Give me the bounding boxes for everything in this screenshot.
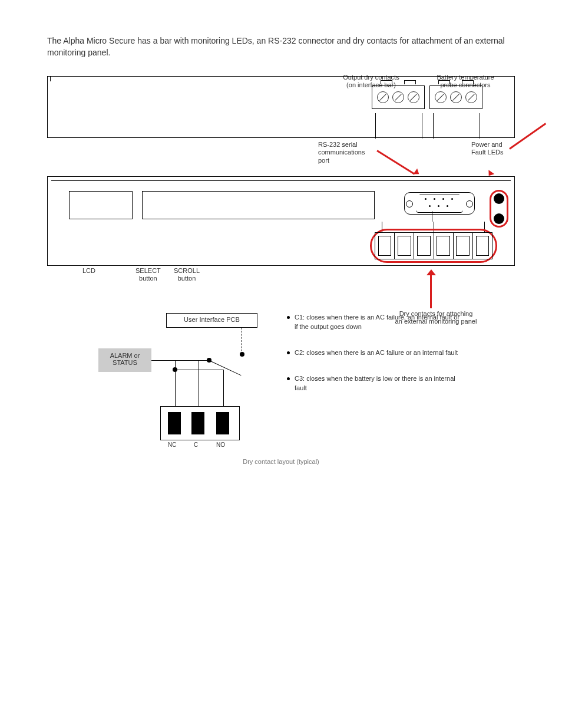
screw-icon	[435, 91, 447, 103]
lcd-label: LCD	[82, 267, 95, 275]
serial-port-callout: RS-232 serial communications port	[318, 141, 365, 164]
bullet-c3: C3: closes when the battery is low or th…	[295, 374, 464, 393]
intro-text: The Alpha Micro Secure has a bar with mo…	[47, 35, 515, 58]
screw-icon	[377, 91, 389, 103]
bullet-c2: C2: closes when there is an AC failure o…	[295, 348, 458, 358]
rear-panel-diagram	[47, 76, 515, 138]
power-fault-leds	[490, 190, 508, 228]
dry-contact-schematic: User Interface PCB ALARM or STATUS NC C …	[98, 313, 269, 449]
center-panel-area	[142, 191, 375, 219]
dry-contacts-callout: Dry contacts for attaching an external m…	[377, 310, 495, 325]
screw-icon	[408, 91, 419, 103]
alarm-status-box: ALARM or STATUS	[98, 348, 151, 372]
rs232-port	[398, 189, 481, 218]
c-label: C	[194, 442, 198, 448]
terminal-block-2	[429, 85, 482, 109]
no-label: NO	[216, 442, 225, 448]
scroll-button-label: SCROLL button	[174, 267, 200, 282]
select-button-label: SELECT button	[135, 267, 161, 282]
nc-label: NC	[168, 442, 176, 448]
lcd-display	[69, 191, 133, 219]
dry-contacts-description-list: C1: closes when there is an AC failure, …	[287, 313, 464, 410]
user-interface-pcb-box: User Interface PCB	[166, 313, 257, 328]
leds-callout: Power and Fault LEDs	[471, 141, 503, 156]
screw-icon	[465, 91, 477, 103]
dry-contacts-terminals	[375, 232, 492, 259]
terminal-block-1	[372, 85, 425, 109]
figure-caption: Dry contact layout (typical)	[47, 458, 515, 465]
screw-icon	[450, 91, 462, 103]
dry-contact-section: User Interface PCB ALARM or STATUS NC C …	[47, 313, 515, 449]
front-panel-diagram	[47, 176, 515, 266]
screw-icon	[392, 91, 404, 103]
